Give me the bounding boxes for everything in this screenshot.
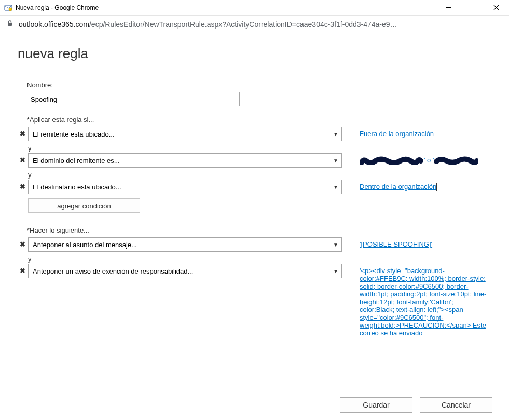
and-label: y xyxy=(28,169,494,180)
maximize-button[interactable] xyxy=(460,0,484,16)
chevron-down-icon: ▼ xyxy=(333,242,338,248)
remove-condition-icon[interactable]: ✖ xyxy=(18,127,27,138)
condition-value[interactable]: Dentro de la organización xyxy=(360,180,437,191)
svg-rect-4 xyxy=(8,23,12,26)
condition-dropdown[interactable]: El dominio del remitente es... ▼ xyxy=(28,153,342,168)
apply-if-label: *Aplicar esta regla si... xyxy=(27,116,494,124)
condition-dropdown[interactable]: El remitente está ubicado... ▼ xyxy=(28,127,342,141)
dropdown-text: El destinatario está ubicado... xyxy=(33,183,121,191)
remove-action-icon[interactable]: ✖ xyxy=(18,237,27,248)
action-row: ✖ Anteponer al asunto del mensaje... ▼ '… xyxy=(18,237,494,252)
url-path: /ecp/RulesEditor/NewTransportRule.aspx?A… xyxy=(89,20,397,29)
address-bar: outlook.office365.com/ecp/RulesEditor/Ne… xyxy=(0,16,509,33)
svg-text:' o ': ' o ' xyxy=(424,156,434,164)
dropdown-text: El remitente está ubicado... xyxy=(33,130,115,138)
remove-action-icon[interactable]: ✖ xyxy=(18,264,27,275)
dropdown-text: Anteponer al asunto del mensaje... xyxy=(33,241,137,249)
app-favicon xyxy=(4,4,12,12)
and-label: y xyxy=(28,253,494,264)
chevron-down-icon: ▼ xyxy=(333,158,338,164)
save-button[interactable]: Guardar xyxy=(340,397,412,413)
rule-name-input[interactable] xyxy=(27,92,240,106)
page-content: nueva regla Nombre: *Aplicar esta regla … xyxy=(0,33,509,420)
condition-value[interactable]: ' o ' xyxy=(360,153,478,165)
minimize-button[interactable] xyxy=(436,0,460,16)
svg-rect-2 xyxy=(446,7,451,8)
page-title: nueva regla xyxy=(18,46,509,62)
add-condition-button[interactable]: agregar condición xyxy=(28,198,140,213)
redacted-value: ' o ' xyxy=(360,156,478,165)
svg-rect-3 xyxy=(470,5,475,10)
chevron-down-icon: ▼ xyxy=(333,131,338,137)
action-value[interactable]: '<p><div style="background-color:#FFEB9C… xyxy=(360,264,487,337)
form-scroll-area[interactable]: Nombre: *Aplicar esta regla si... ✖ El r… xyxy=(18,81,500,389)
dropdown-text: Anteponer un aviso de exención de respon… xyxy=(33,267,193,275)
window-titlebar: Nueva regla - Google Chrome xyxy=(0,0,509,16)
condition-value[interactable]: Fuera de la organización xyxy=(360,127,434,138)
condition-dropdown[interactable]: El destinatario está ubicado... ▼ xyxy=(28,180,342,194)
do-following-label: *Hacer lo siguiente... xyxy=(27,226,494,234)
condition-row: ✖ El destinatario está ubicado... ▼ Dent… xyxy=(18,180,494,194)
cancel-button[interactable]: Cancelar xyxy=(420,397,492,413)
action-dropdown[interactable]: Anteponer al asunto del mensaje... ▼ xyxy=(28,237,342,252)
text-cursor xyxy=(436,183,437,191)
and-label: y xyxy=(28,142,494,153)
action-value[interactable]: '[POSIBLE SPOOFING]' xyxy=(360,237,432,248)
action-dropdown[interactable]: Anteponer un aviso de exención de respon… xyxy=(28,264,342,278)
remove-condition-icon[interactable]: ✖ xyxy=(18,180,27,191)
lock-icon xyxy=(6,20,13,29)
name-block: Nombre: xyxy=(27,81,494,106)
action-row: ✖ Anteponer un aviso de exención de resp… xyxy=(18,264,494,337)
dropdown-text: El dominio del remitente es... xyxy=(33,157,120,165)
window-title: Nueva regla - Google Chrome xyxy=(16,4,436,11)
chevron-down-icon: ▼ xyxy=(333,184,338,190)
svg-point-1 xyxy=(9,8,12,11)
chevron-down-icon: ▼ xyxy=(333,268,338,274)
name-label: Nombre: xyxy=(27,81,494,89)
url-host: outlook.office365.com xyxy=(19,20,89,29)
condition-row: ✖ El remitente está ubicado... ▼ Fuera d… xyxy=(18,127,494,141)
dialog-footer: Guardar Cancelar xyxy=(340,397,492,413)
remove-condition-icon[interactable]: ✖ xyxy=(18,153,27,164)
close-button[interactable] xyxy=(484,0,508,16)
condition-row: ✖ El dominio del remitente es... ▼ ' o ' xyxy=(18,153,494,168)
